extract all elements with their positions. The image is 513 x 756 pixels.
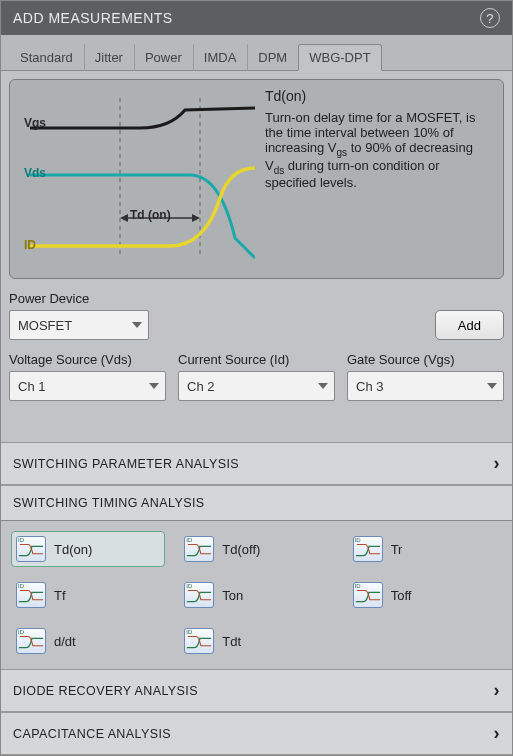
- timing-item-tdt[interactable]: Tdt: [179, 623, 333, 659]
- waveform-icon: [353, 536, 383, 562]
- waveform-icon: [16, 536, 46, 562]
- titlebar: ADD MEASUREMENTS ?: [1, 1, 512, 35]
- waveform-icon: [353, 582, 383, 608]
- timing-item-ddt[interactable]: d/dt: [11, 623, 165, 659]
- help-icon[interactable]: ?: [480, 8, 500, 28]
- waveform-icon: [16, 582, 46, 608]
- vgs-label: Gate Source (Vgs): [347, 352, 504, 367]
- graph-label-id: ID: [24, 238, 36, 252]
- timing-item-label: Tr: [391, 542, 403, 557]
- timing-item-label: d/dt: [54, 634, 76, 649]
- timing-item-label: Tf: [54, 588, 66, 603]
- tab-imda[interactable]: IMDA: [193, 44, 248, 71]
- preview-text: Td(on) Turn-on delay time for a MOSFET, …: [265, 88, 493, 268]
- chevron-right-icon: ›: [494, 453, 500, 474]
- section-switching-timing[interactable]: SWITCHING TIMING ANALYSIS: [1, 485, 512, 521]
- chevron-right-icon: ›: [494, 680, 500, 701]
- id-label: Current Source (Id): [178, 352, 335, 367]
- content-area: Vgs Vds ID Td (on) Td(on) Turn-on delay …: [1, 71, 512, 442]
- timing-item-label: Td(off): [222, 542, 260, 557]
- preview-description: Turn-on delay time for a MOSFET, is the …: [265, 110, 493, 190]
- waveform-icon: [184, 582, 214, 608]
- timing-item-tr[interactable]: Tr: [348, 531, 502, 567]
- waveform-icon: [184, 628, 214, 654]
- chevron-down-icon: [487, 383, 497, 389]
- vds-select[interactable]: Ch 1: [9, 371, 166, 401]
- section-diode-recovery[interactable]: DIODE RECOVERY ANALYSIS ›: [1, 669, 512, 712]
- preview-graph: Vgs Vds ID Td (on): [20, 88, 255, 268]
- tab-standard[interactable]: Standard: [9, 44, 84, 71]
- graph-label-vds: Vds: [24, 166, 46, 180]
- chevron-down-icon: [132, 322, 142, 328]
- timing-item-toff[interactable]: Toff: [348, 577, 502, 613]
- svg-marker-4: [192, 214, 200, 222]
- section-capacitance[interactable]: CAPACITANCE ANALYSIS ›: [1, 712, 512, 755]
- timing-item-label: Td(on): [54, 542, 92, 557]
- preview-box: Vgs Vds ID Td (on) Td(on) Turn-on delay …: [9, 79, 504, 279]
- waveform-icon: [16, 628, 46, 654]
- power-device-select[interactable]: MOSFET: [9, 310, 149, 340]
- timing-item-ton[interactable]: Ton: [179, 577, 333, 613]
- panel-title: ADD MEASUREMENTS: [13, 10, 173, 26]
- preview-title: Td(on): [265, 88, 493, 104]
- tab-power[interactable]: Power: [134, 44, 193, 71]
- timing-item-label: Tdt: [222, 634, 241, 649]
- vgs-select[interactable]: Ch 3: [347, 371, 504, 401]
- timing-item-label: Toff: [391, 588, 412, 603]
- timing-grid: Td(on) Td(off) Tr Tf Ton Toff d/dt Tdt: [1, 521, 512, 669]
- waveform-icon: [184, 536, 214, 562]
- graph-label-vgs: Vgs: [24, 116, 46, 130]
- tab-dpm[interactable]: DPM: [247, 44, 298, 71]
- power-device-label: Power Device: [9, 291, 149, 306]
- timing-item-tdon[interactable]: Td(on): [11, 531, 165, 567]
- timing-item-label: Ton: [222, 588, 243, 603]
- svg-marker-3: [120, 214, 128, 222]
- tab-wbg-dpt[interactable]: WBG-DPT: [298, 44, 381, 71]
- timing-item-tf[interactable]: Tf: [11, 577, 165, 613]
- tab-jitter[interactable]: Jitter: [84, 44, 134, 71]
- id-select[interactable]: Ch 2: [178, 371, 335, 401]
- section-switching-parameter[interactable]: SWITCHING PARAMETER ANALYSIS ›: [1, 442, 512, 485]
- chevron-right-icon: ›: [494, 723, 500, 744]
- vds-label: Voltage Source (Vds): [9, 352, 166, 367]
- timing-item-tdoff[interactable]: Td(off): [179, 531, 333, 567]
- chevron-down-icon: [318, 383, 328, 389]
- add-measurements-panel: ADD MEASUREMENTS ? Standard Jitter Power…: [0, 0, 513, 756]
- graph-label-marker: Td (on): [130, 208, 171, 222]
- tabs: Standard Jitter Power IMDA DPM WBG-DPT: [1, 35, 512, 71]
- add-button[interactable]: Add: [435, 310, 504, 340]
- chevron-down-icon: [149, 383, 159, 389]
